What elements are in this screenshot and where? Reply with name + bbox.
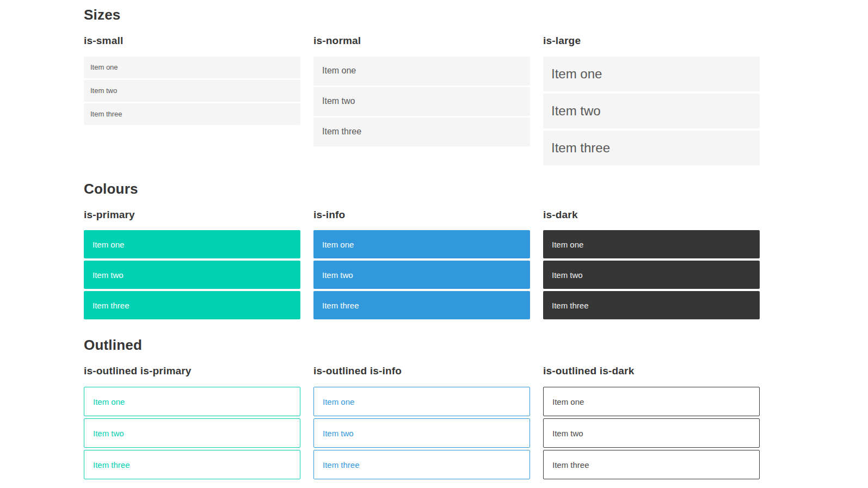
- columns-outlined: is-outlined is-primaryItem oneItem twoIt…: [84, 354, 760, 479]
- list-item[interactable]: Item three: [313, 118, 530, 146]
- list-item[interactable]: Item three: [543, 291, 760, 319]
- list-primary: Item oneItem twoItem three: [84, 230, 300, 319]
- section-colours: Coloursis-primaryItem oneItem twoItem th…: [84, 165, 760, 320]
- column-header-normal: is-normal: [313, 35, 530, 47]
- list-outlined-primary: Item oneItem twoItem three: [84, 387, 300, 479]
- list-outlined-info: Item oneItem twoItem three: [313, 387, 530, 479]
- list-outlined-dark: Item oneItem twoItem three: [543, 387, 760, 479]
- column-header-info: is-info: [313, 209, 530, 221]
- column-header-dark: is-dark: [543, 209, 760, 221]
- list-item[interactable]: Item one: [313, 57, 530, 85]
- list-item[interactable]: Item two: [84, 261, 300, 289]
- list-dark: Item oneItem twoItem three: [543, 230, 760, 319]
- columns-colours: is-primaryItem oneItem twoItem threeis-i…: [84, 197, 760, 320]
- list-item[interactable]: Item one: [84, 387, 300, 416]
- column-header-primary: is-primary: [84, 209, 300, 221]
- list-item[interactable]: Item two: [543, 261, 760, 289]
- column-outlined-info: is-outlined is-infoItem oneItem twoItem …: [313, 354, 530, 479]
- section-title-colours: Colours: [84, 165, 760, 197]
- list-item[interactable]: Item one: [543, 387, 760, 416]
- list-item[interactable]: Item one: [313, 230, 530, 258]
- list-item[interactable]: Item one: [543, 57, 760, 91]
- list-info: Item oneItem twoItem three: [313, 230, 530, 319]
- list-item[interactable]: Item three: [543, 131, 760, 165]
- list-item[interactable]: Item two: [543, 418, 760, 448]
- list-item[interactable]: Item three: [543, 450, 760, 479]
- column-header-small: is-small: [84, 35, 300, 47]
- list-item[interactable]: Item two: [84, 418, 300, 448]
- columns-sizes: is-smallItem oneItem twoItem threeis-nor…: [84, 23, 760, 165]
- list-item[interactable]: Item two: [84, 80, 300, 102]
- list-item[interactable]: Item three: [313, 291, 530, 319]
- list-item[interactable]: Item one: [543, 230, 760, 258]
- column-primary: is-primaryItem oneItem twoItem three: [84, 197, 300, 320]
- list-large: Item oneItem twoItem three: [543, 57, 760, 165]
- section-outlined: Outlinedis-outlined is-primaryItem oneIt…: [84, 319, 760, 479]
- list-item[interactable]: Item three: [313, 450, 530, 479]
- section-title-sizes: Sizes: [84, 0, 760, 23]
- list-item[interactable]: Item one: [313, 387, 530, 416]
- section-sizes: Sizesis-smallItem oneItem twoItem threei…: [84, 0, 760, 165]
- column-outlined-primary: is-outlined is-primaryItem oneItem twoIt…: [84, 354, 300, 479]
- list-item[interactable]: Item three: [84, 450, 300, 479]
- list-item[interactable]: Item two: [313, 418, 530, 448]
- column-normal: is-normalItem oneItem twoItem three: [313, 23, 530, 146]
- section-title-outlined: Outlined: [84, 319, 760, 354]
- column-header-large: is-large: [543, 35, 760, 47]
- page: Sizesis-smallItem oneItem twoItem threei…: [0, 0, 760, 479]
- list-small: Item oneItem twoItem three: [84, 57, 300, 125]
- list-item[interactable]: Item two: [313, 261, 530, 289]
- column-small: is-smallItem oneItem twoItem three: [84, 23, 300, 125]
- list-item[interactable]: Item three: [84, 103, 300, 125]
- list-item[interactable]: Item one: [84, 57, 300, 78]
- list-normal: Item oneItem twoItem three: [313, 57, 530, 146]
- column-info: is-infoItem oneItem twoItem three: [313, 197, 530, 320]
- column-dark: is-darkItem oneItem twoItem three: [543, 197, 760, 320]
- list-item[interactable]: Item two: [313, 87, 530, 116]
- list-item[interactable]: Item three: [84, 291, 300, 319]
- list-item[interactable]: Item one: [84, 230, 300, 258]
- column-header-outlined-primary: is-outlined is-primary: [84, 365, 300, 377]
- column-header-outlined-dark: is-outlined is-dark: [543, 365, 760, 377]
- list-item[interactable]: Item two: [543, 94, 760, 128]
- column-outlined-dark: is-outlined is-darkItem oneItem twoItem …: [543, 354, 760, 479]
- column-large: is-largeItem oneItem twoItem three: [543, 23, 760, 165]
- column-header-outlined-info: is-outlined is-info: [313, 365, 530, 377]
